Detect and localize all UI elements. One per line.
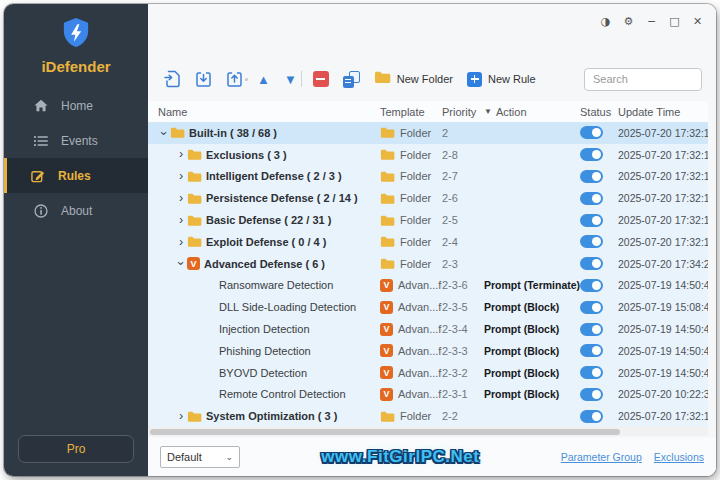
sidebar-item-rules[interactable]: Rules — [4, 158, 148, 193]
new-folder-button[interactable]: New Folder — [374, 70, 453, 88]
status-toggle[interactable] — [580, 257, 603, 270]
status-toggle[interactable] — [580, 410, 603, 423]
status-cell — [580, 122, 618, 144]
maximize-icon[interactable]: □ — [666, 13, 683, 29]
status-toggle[interactable] — [580, 323, 603, 336]
table-row[interactable]: ›Remote Control DetectionVAdvan...fense2… — [148, 384, 708, 406]
status-cell — [580, 253, 618, 275]
column-header-template[interactable]: Template — [380, 101, 442, 122]
template-name: Folder — [400, 149, 431, 161]
preset-dropdown[interactable]: Default ⌄ — [160, 446, 240, 468]
template-name: Folder — [400, 127, 431, 139]
folder-icon — [380, 235, 395, 248]
priority-cell: 2-5 — [442, 209, 484, 231]
template-cell: VAdvan...fense — [380, 384, 442, 406]
new-rule-button[interactable]: New Rule — [467, 72, 536, 87]
theme-toggle-icon[interactable]: ◑ — [597, 13, 614, 29]
table-row[interactable]: ›Ransomware DetectionVAdvan...fense2-3-6… — [148, 275, 708, 297]
template-cell: Folder — [380, 209, 442, 231]
column-header-status[interactable]: Status — [580, 101, 618, 122]
chevron-collapsed-icon[interactable]: › — [175, 236, 187, 249]
priority-value: 2-3-3 — [442, 345, 468, 357]
table-row[interactable]: ›VAdvanced Defense ( 6 )Folder2-32025-07… — [148, 253, 708, 275]
sidebar-item-label: Rules — [58, 169, 91, 183]
table-row[interactable]: ›Intelligent Defense ( 2 / 3 )Folder2-72… — [148, 166, 708, 188]
status-toggle[interactable] — [580, 366, 603, 379]
action-cell — [484, 166, 580, 188]
name-cell: ›Intelligent Defense ( 2 / 3 ) — [158, 166, 380, 188]
priority-cell: 2-3 — [442, 253, 484, 275]
parameter-group-link[interactable]: Parameter Group — [561, 451, 642, 463]
status-cell — [580, 187, 618, 209]
move-up-button[interactable]: ▲ — [257, 73, 270, 86]
column-header-action[interactable]: ▼ Action — [484, 101, 580, 122]
update-time-cell: 2025-07-20 17:32:19 — [618, 405, 708, 427]
column-header-update-time[interactable]: Update Time — [618, 101, 714, 122]
status-toggle[interactable] — [580, 214, 603, 227]
table-row[interactable]: ›DLL Side-Loading DetectionVAdvan...fens… — [148, 296, 708, 318]
status-toggle[interactable] — [580, 301, 603, 314]
status-toggle[interactable] — [580, 279, 603, 292]
status-toggle[interactable] — [580, 126, 603, 139]
v-badge-icon: V — [380, 323, 393, 336]
table-row[interactable]: ›Basic Defense ( 22 / 31 )Folder2-52025-… — [148, 209, 708, 231]
template-name: Folder — [400, 236, 431, 248]
table-row[interactable]: ›Built-in ( 38 / 68 )Folder22025-07-20 1… — [148, 122, 708, 144]
column-header-name[interactable]: Name — [158, 101, 380, 122]
sidebar-item-about[interactable]: About — [4, 193, 148, 228]
sort-indicator-icon: ▼ — [484, 107, 492, 116]
chevron-collapsed-icon[interactable]: › — [175, 410, 187, 423]
status-toggle[interactable] — [580, 388, 603, 401]
sidebar-item-label: Events — [61, 134, 98, 148]
rule-name: DLL Side-Loading Detection — [219, 301, 356, 313]
sidebar-item-events[interactable]: Events — [4, 123, 148, 158]
priority-value: 2-6 — [442, 192, 458, 204]
settings-icon[interactable]: ⚙ — [620, 13, 637, 29]
horizontal-scrollbar[interactable] — [148, 427, 708, 436]
column-header-priority[interactable]: Priority — [442, 101, 484, 122]
sidebar: iDefender HomeEventsRulesAbout Pro — [4, 4, 148, 476]
name-cell: ›Built-in ( 38 / 68 ) — [158, 122, 380, 144]
status-cell — [580, 275, 618, 297]
delete-button[interactable] — [313, 71, 329, 87]
table-row[interactable]: ›Exploit Defense ( 0 / 4 )Folder2-42025-… — [148, 231, 708, 253]
move-down-button[interactable]: ▼ — [284, 73, 297, 86]
chevron-expanded-icon[interactable]: › — [158, 127, 170, 139]
table-row[interactable]: ›Injection DetectionVAdvan...fense2-3-4P… — [148, 318, 708, 340]
export-button[interactable] — [226, 71, 243, 88]
new-rule-label: New Rule — [488, 73, 536, 85]
search-input[interactable] — [584, 68, 702, 91]
status-toggle[interactable] — [580, 170, 603, 183]
chevron-collapsed-icon[interactable]: › — [175, 148, 187, 161]
pro-button[interactable]: Pro — [18, 435, 134, 463]
footer-bar: Default ⌄ www.FitGirlPC.Net Parameter Gr… — [148, 438, 716, 476]
table-row[interactable]: ›BYOVD DetectionVAdvan...fense2-3-2Promp… — [148, 362, 708, 384]
copy-button[interactable] — [343, 71, 360, 88]
chevron-collapsed-icon[interactable]: › — [175, 192, 187, 205]
sidebar-item-home[interactable]: Home — [4, 88, 148, 123]
table-row[interactable]: ›System Optimization ( 3 )Folder2-22025-… — [148, 405, 708, 427]
table-row[interactable]: ›Phishing DetectionVAdvan...fense2-3-3Pr… — [148, 340, 708, 362]
update-time-cell: 2025-07-20 17:32:19 — [618, 231, 708, 253]
copy-icon — [343, 71, 360, 88]
status-toggle[interactable] — [580, 235, 603, 248]
status-toggle[interactable] — [580, 148, 603, 161]
close-icon[interactable]: ✕ — [689, 13, 706, 29]
chevron-collapsed-icon[interactable]: › — [175, 214, 187, 227]
import-file-button[interactable] — [164, 70, 181, 88]
plus-icon — [467, 72, 482, 87]
scrollbar-thumb[interactable] — [150, 429, 620, 435]
sidebar-nav: HomeEventsRulesAbout — [4, 88, 148, 228]
chevron-expanded-icon[interactable]: › — [175, 258, 188, 270]
table-row[interactable]: ›Persistence Defense ( 2 / 14 )Folder2-6… — [148, 187, 708, 209]
chevron-collapsed-icon[interactable]: › — [175, 170, 187, 183]
status-toggle[interactable] — [580, 344, 603, 357]
exclusions-link[interactable]: Exclusions — [654, 451, 704, 463]
table-row[interactable]: ›Exclusions ( 3 )Folder2-82025-07-20 17:… — [148, 144, 708, 166]
name-cell: ›Exploit Defense ( 0 / 4 ) — [158, 231, 380, 253]
minimize-icon[interactable]: − — [643, 13, 660, 29]
action-cell — [484, 144, 580, 166]
import-button[interactable] — [195, 71, 212, 88]
status-toggle[interactable] — [580, 192, 603, 205]
update-time-value: 2025-07-20 17:34:29 — [618, 258, 708, 270]
